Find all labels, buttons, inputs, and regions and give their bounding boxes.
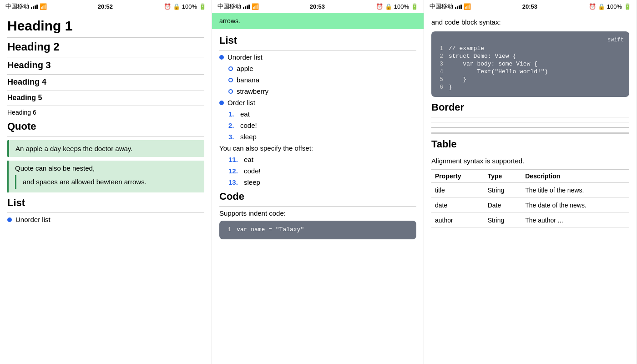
swift-content-6: } <box>449 84 452 91</box>
border-lines-section <box>431 122 629 134</box>
ol-num-12: 12. <box>228 167 241 175</box>
table-desc: Alignment syntax is supported. <box>431 157 629 165</box>
status-bar-left-3: 中国移动 📶 <box>430 2 471 10</box>
swift-line-3: 3 var body: some View { <box>437 61 624 67</box>
swift-line-4: 4 Text("Hello world!") <box>437 68 624 75</box>
ol-text-13: sleep <box>244 178 260 186</box>
sub-item-banana: banana <box>228 76 416 84</box>
swift-num-6: 6 <box>437 84 443 91</box>
swift-code-block: swift 1 // example 2 struct Demo: View {… <box>431 31 629 97</box>
green-top-bar: arrows. <box>212 13 424 29</box>
bullet-filled-icon <box>7 217 12 222</box>
signal-icon-2 <box>243 4 250 9</box>
sub-item-banana-label: banana <box>237 76 259 84</box>
table-cell-author-prop: author <box>431 213 484 228</box>
ol-num-11: 11. <box>228 156 241 163</box>
border-line-2 <box>431 127 629 128</box>
swift-line-5: 5 } <box>437 76 624 83</box>
carrier-2: 中国移动 <box>217 2 241 10</box>
order-list-item: Order list <box>219 99 416 106</box>
ol-item-12: 12. code! <box>219 167 416 175</box>
battery-icon-1: 🔋 <box>199 3 206 10</box>
unorder-list-item: Unorder list <box>219 53 416 61</box>
border-line-1 <box>431 122 629 122</box>
bullet-empty-banana <box>228 78 233 82</box>
ol-item-2: 2. code! <box>219 121 416 129</box>
table-cell-title-desc: The title of the news. <box>521 183 629 198</box>
panel-3: 中国移动 📶 20:53 ⏰ 🔒 100% 🔋 and code block s… <box>424 0 637 364</box>
swift-lang-label: swift <box>607 37 624 43</box>
table-cell-author-type: String <box>484 213 522 228</box>
carrier-1: 中国移动 <box>5 2 29 10</box>
time-2: 20:53 <box>310 3 325 10</box>
ol-text-3: sleep <box>240 133 257 141</box>
swift-num-5: 5 <box>437 76 443 83</box>
lock-icon-3: 🔒 <box>598 3 605 10</box>
status-bar-2: 中国移动 📶 20:53 ⏰ 🔒 100% 🔋 <box>212 0 424 13</box>
status-bar-1: 中国移动 📶 20:52 ⏰ 🔒 100% 🔋 <box>0 0 212 13</box>
battery-label-2: 100% <box>394 3 409 10</box>
ol-text-1: eat <box>240 110 250 118</box>
ol-text-2: code! <box>240 121 257 129</box>
list-item-unorder-label: Unorder list <box>15 216 51 223</box>
table-cell-author-desc: The author ... <box>521 213 629 228</box>
blockquote-1: An apple a day keeps the doctor away. <box>7 140 204 157</box>
battery-label-3: 100% <box>607 3 622 10</box>
top-bar-text: arrows. <box>219 17 240 25</box>
code-section-heading: Code <box>219 191 416 207</box>
panel-1: 中国移动 📶 20:52 ⏰ 🔒 100% 🔋 Heading 1 Headin… <box>0 0 212 364</box>
heading-6: Heading 6 <box>7 109 204 116</box>
table-section-heading: Table <box>431 138 629 154</box>
unorder-sub-list: apple banana strawberry <box>219 65 416 95</box>
alarm-icon-1: ⏰ <box>164 3 171 10</box>
swift-num-2: 2 <box>437 53 443 60</box>
status-bar-right-2: ⏰ 🔒 100% 🔋 <box>376 3 418 10</box>
table-row-author: author String The author ... <box>431 213 629 228</box>
sub-item-apple-label: apple <box>237 65 253 72</box>
status-bar-left-2: 中国移动 📶 <box>217 2 259 10</box>
ol-text-12: code! <box>244 167 261 175</box>
table-cell-date-type: Date <box>484 198 522 213</box>
intro-text: and code block syntax: <box>431 18 629 26</box>
carrier-3: 中国移动 <box>430 2 453 10</box>
wifi-icon-2: 📶 <box>252 3 259 10</box>
swift-content-1: // example <box>449 45 484 52</box>
status-bar-left-1: 中国移动 📶 <box>5 2 47 10</box>
heading-1: Heading 1 <box>7 18 204 38</box>
swift-num-4: 4 <box>437 68 443 75</box>
markdown-table: Property Type Description title String T… <box>431 169 629 228</box>
table-row-title: title String The title of the news. <box>431 183 629 198</box>
swift-content-5: } <box>449 76 466 83</box>
swift-content-4: Text("Hello world!") <box>449 68 548 75</box>
table-header-type: Type <box>484 170 522 183</box>
time-3: 20:53 <box>522 3 537 10</box>
bullet-filled-2 <box>219 55 224 60</box>
battery-label-1: 100% <box>182 3 197 10</box>
table-row-date: date Date The date of the news. <box>431 198 629 213</box>
bullet-empty-apple <box>228 66 233 71</box>
blockquote-nested-text2: and spaces are allowed bewteen arrows. <box>23 178 147 186</box>
blockquote-nested-inner: and spaces are allowed bewteen arrows. <box>15 175 198 189</box>
heading-3: Heading 3 <box>7 60 204 75</box>
bullet-empty-strawberry <box>228 89 233 94</box>
panel-2: 中国移动 📶 20:53 ⏰ 🔒 100% 🔋 arrows. List Uno… <box>212 0 424 364</box>
battery-icon-2: 🔋 <box>411 3 418 10</box>
code-block-panel2: 1 var name = "Talaxy" <box>219 221 416 239</box>
quote-section-heading: Quote <box>7 121 204 136</box>
border-section-heading: Border <box>431 101 629 117</box>
status-bar-right-3: ⏰ 🔒 100% 🔋 <box>589 3 631 10</box>
unorder-list-label: Unorder list <box>228 53 263 61</box>
swift-line-2: 2 struct Demo: View { <box>437 53 624 60</box>
blockquote-nested-text1: Quote can also be nested, <box>15 164 95 172</box>
sub-item-strawberry-label: strawberry <box>237 87 268 95</box>
lock-icon-2: 🔒 <box>385 3 392 10</box>
status-bar-3: 中国移动 📶 20:53 ⏰ 🔒 100% 🔋 <box>424 0 637 13</box>
wifi-icon-3: 📶 <box>464 3 471 10</box>
swift-num-1: 1 <box>437 45 443 52</box>
table-header-property: Property <box>431 170 484 183</box>
code-line-num-1: 1 <box>225 226 231 233</box>
heading-4: Heading 4 <box>7 77 204 91</box>
ol-num-2: 2. <box>228 121 238 129</box>
list-section-heading-1: List <box>7 197 204 213</box>
alarm-icon-3: ⏰ <box>589 3 596 10</box>
